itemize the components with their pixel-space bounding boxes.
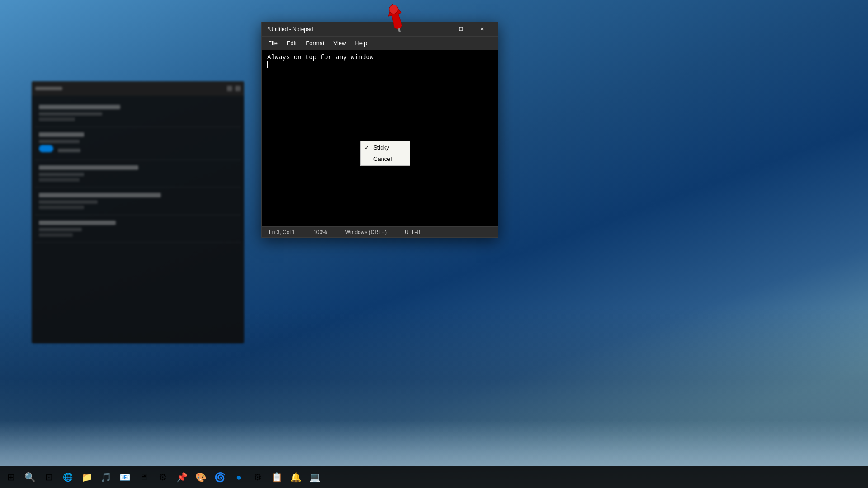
taskbar-app3-icon[interactable]: ⚙ [249,468,267,486]
context-menu-item-cancel[interactable]: Cancel [361,153,410,164]
taskbar-mail-icon[interactable]: 📧 [116,468,134,486]
menu-edit[interactable]: Edit [282,38,301,48]
close-button[interactable]: ✕ [472,22,492,37]
taskbar-app1-icon[interactable]: 🌀 [211,468,229,486]
menu-file[interactable]: File [264,38,282,48]
bg-titlebar [32,81,244,96]
bg-list-item [35,99,241,127]
taskbar-search-icon[interactable]: 🔍 [21,468,39,486]
maximize-button[interactable]: ☐ [451,22,472,37]
bg-list-item [35,127,241,160]
context-menu: ✓ Sticky Cancel [360,141,410,166]
notepad-window: *Untitled - Notepad — ☐ ✕ File Edit Form… [261,22,498,238]
taskbar-paint-icon[interactable]: 🎨 [192,468,210,486]
bg-list-item [35,215,241,243]
bg-list-item [35,160,241,188]
minimize-button[interactable]: — [430,22,451,37]
taskbar-monitor-icon[interactable]: 🖥 [135,468,153,486]
taskbar-start-button[interactable]: ⊞ [2,468,20,486]
taskbar-clipboard-icon[interactable]: 📋 [268,468,286,486]
status-line-ending: Windows (CRLF) [345,229,387,235]
desktop: *Untitled - Notepad — ☐ ✕ File Edit Form… [0,0,868,488]
taskbar-explorer-icon[interactable]: 📁 [78,468,96,486]
bg-list-item [35,188,241,215]
notepad-menubar: File Edit Format View Help [262,37,498,50]
taskbar-task-view-icon[interactable]: ⊡ [40,468,58,486]
context-menu-item-sticky[interactable]: ✓ Sticky [361,142,410,153]
notepad-title: *Untitled - Notepad [267,26,313,33]
taskbar-edge-icon[interactable]: 🌐 [59,468,77,486]
taskbar: ⊞ 🔍 ⊡ 🌐 📁 🎵 📧 🖥 ⚙ 📌 🎨 🌀 ● ⚙ 📋 🔔 💻 [0,466,868,488]
text-cursor [267,61,268,68]
status-encoding: UTF-8 [405,229,420,235]
notepad-text-area[interactable]: Always on top for any window ✓ Sticky Ca… [262,50,498,226]
window-controls: — ☐ ✕ [430,22,492,37]
taskbar-settings-icon[interactable]: ⚙ [154,468,172,486]
pin-icon [380,1,411,33]
taskbar-app2-icon[interactable]: ● [230,468,248,486]
status-position: Ln 3, Col 1 [269,229,295,235]
content-line-1: Always on top for any window [267,54,492,61]
background-window [32,81,244,343]
taskbar-spotify-icon[interactable]: 🎵 [97,468,115,486]
taskbar-app5-icon[interactable]: 💻 [306,468,324,486]
taskbar-pin-icon[interactable]: 📌 [173,468,191,486]
check-icon: ✓ [364,144,369,151]
status-zoom: 100% [313,229,327,235]
menu-format[interactable]: Format [301,38,329,48]
menu-help[interactable]: Help [350,38,372,48]
menu-view[interactable]: View [329,38,351,48]
content-line-2 [267,61,492,68]
notepad-statusbar: Ln 3, Col 1 100% Windows (CRLF) UTF-8 [262,226,498,237]
taskbar-icons: ⊞ 🔍 ⊡ 🌐 📁 🎵 📧 🖥 ⚙ 📌 🎨 🌀 ● ⚙ 📋 🔔 💻 [2,468,324,486]
taskbar-app4-icon[interactable]: 🔔 [287,468,305,486]
